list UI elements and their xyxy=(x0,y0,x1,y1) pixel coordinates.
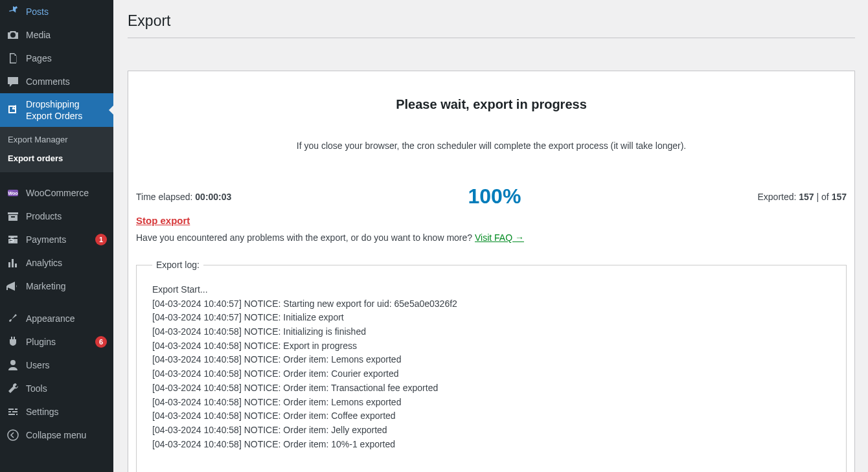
svg-text:Woo: Woo xyxy=(8,191,17,196)
export-progress-panel: Please wait, export in progress If you c… xyxy=(128,71,855,472)
sidebar-subitem-export-orders[interactable]: Export orders xyxy=(0,150,113,168)
export-log-legend: Export log: xyxy=(152,260,203,270)
sidebar-item-label: Users xyxy=(26,359,107,371)
title-divider xyxy=(128,38,855,38)
svg-text:$: $ xyxy=(10,236,14,243)
time-elapsed: Time elapsed: 00:00:03 xyxy=(136,192,231,202)
log-line: [04-03-2024 10:40:58] NOTICE: Order item… xyxy=(152,423,830,438)
sidebar-submenu: Export Manager Export orders xyxy=(0,127,113,172)
page-icon xyxy=(6,52,19,65)
badge-count: 6 xyxy=(95,336,107,348)
log-line: [04-03-2024 10:40:58] NOTICE: Initializi… xyxy=(152,325,830,339)
sidebar-item-comments[interactable]: Comments xyxy=(0,70,113,93)
log-line: [04-03-2024 10:40:58] NOTICE: Order item… xyxy=(152,367,830,381)
sidebar-item-posts[interactable]: Posts xyxy=(0,0,113,23)
faq-link[interactable]: Visit FAQ → xyxy=(475,232,524,243)
progress-title: Please wait, export in progress xyxy=(136,97,847,112)
camera-icon xyxy=(6,28,19,41)
wrench-icon xyxy=(6,382,19,395)
log-line: [04-03-2024 10:40:57] NOTICE: Initialize… xyxy=(152,311,830,325)
sidebar-item-users[interactable]: Users xyxy=(0,354,113,377)
sidebar-item-label: Media xyxy=(26,29,107,41)
collapse-icon xyxy=(6,429,19,442)
sidebar-item-label: Appearance xyxy=(26,313,107,324)
sliders-icon xyxy=(6,405,19,418)
sidebar-item-products[interactable]: Products xyxy=(0,205,113,228)
sidebar-item-label: Posts xyxy=(26,6,107,17)
time-elapsed-label: Time elapsed: xyxy=(136,192,195,202)
sidebar-item-label: Products xyxy=(26,210,107,222)
sidebar-item-label: Settings xyxy=(26,406,107,418)
progress-percent: 100% xyxy=(231,185,757,208)
sidebar-item-media[interactable]: Media xyxy=(0,23,113,47)
export-icon xyxy=(6,104,19,117)
log-line: Export Start... xyxy=(152,283,830,297)
comment-icon xyxy=(6,75,19,88)
sidebar-item-payments[interactable]: $ Payments 1 xyxy=(0,228,113,251)
sidebar-item-label: Comments xyxy=(26,76,107,87)
faq-text: Have you encountered any problems with t… xyxy=(136,232,475,243)
woo-icon: Woo xyxy=(6,186,19,199)
sidebar-item-label: Marketing xyxy=(26,280,107,292)
log-line: [04-03-2024 10:40:58] NOTICE: Order item… xyxy=(152,381,830,396)
brush-icon xyxy=(6,312,19,325)
sidebar-item-label: Dropshipping Export Orders xyxy=(26,98,107,122)
megaphone-icon xyxy=(6,280,19,293)
export-log-box[interactable]: Export Start...[04-03-2024 10:40:57] NOT… xyxy=(148,282,834,463)
sidebar-item-settings[interactable]: Settings xyxy=(0,400,113,423)
sidebar-item-pages[interactable]: Pages xyxy=(0,47,113,70)
log-line: [04-03-2024 10:40:58] NOTICE: Order item… xyxy=(152,396,830,410)
sidebar-item-appearance[interactable]: Appearance xyxy=(0,307,113,330)
sidebar-item-label: Plugins xyxy=(26,336,86,348)
user-icon xyxy=(6,359,19,372)
exported-value: 157 xyxy=(799,192,814,202)
sidebar-item-dropshipping[interactable]: Dropshipping Export Orders xyxy=(0,93,113,127)
sidebar-item-label: Tools xyxy=(26,383,107,394)
sidebar-item-analytics[interactable]: Analytics xyxy=(0,251,113,275)
stop-export-link[interactable]: Stop export xyxy=(136,215,190,226)
time-elapsed-value: 00:00:03 xyxy=(195,192,231,202)
badge-count: 1 xyxy=(95,234,107,245)
sidebar-item-label: Pages xyxy=(26,52,107,64)
sidebar-item-label: Payments xyxy=(26,234,86,245)
sidebar-item-label: Analytics xyxy=(26,257,107,269)
bars-icon xyxy=(6,256,19,269)
log-line: [04-03-2024 10:40:58] NOTICE: Order item… xyxy=(152,353,830,367)
sidebar-item-plugins[interactable]: Plugins 6 xyxy=(0,330,113,354)
sidebar-item-marketing[interactable]: Marketing xyxy=(0,275,113,298)
sidebar-item-woocommerce[interactable]: Woo WooCommerce xyxy=(0,181,113,205)
exported-total: 157 xyxy=(832,192,847,202)
page-title: Export xyxy=(128,6,855,32)
log-line: [04-03-2024 10:40:58] NOTICE: Export in … xyxy=(152,339,830,354)
sidebar-collapse[interactable]: Collapse menu xyxy=(0,423,113,447)
sidebar-item-tools[interactable]: Tools xyxy=(0,377,113,400)
sidebar-subitem-export-manager[interactable]: Export Manager xyxy=(0,131,113,150)
sidebar-item-label: WooCommerce xyxy=(26,187,107,199)
progress-note: If you close your browser, the cron sche… xyxy=(136,140,847,151)
log-line: [04-03-2024 10:40:58] NOTICE: Order item… xyxy=(152,438,830,452)
faq-line: Have you encountered any problems with t… xyxy=(136,232,847,243)
svg-point-3 xyxy=(8,430,18,440)
admin-sidebar: Posts Media Pages Comments Dropshipping … xyxy=(0,0,113,472)
main-content: Export Please wait, export in progress I… xyxy=(113,0,868,472)
log-line: [04-03-2024 10:40:58] NOTICE: Order item… xyxy=(152,409,830,423)
archive-icon xyxy=(6,210,19,223)
export-log-fieldset: Export log: Export Start...[04-03-2024 1… xyxy=(136,260,847,472)
progress-metrics-row: Time elapsed: 00:00:03 100% Exported: 15… xyxy=(136,185,847,208)
exported-label: Exported: xyxy=(757,192,799,202)
log-line: [04-03-2024 10:40:57] NOTICE: Starting n… xyxy=(152,297,830,311)
collapse-label: Collapse menu xyxy=(26,429,107,441)
pin-icon xyxy=(6,5,19,18)
exported-sep: | of xyxy=(814,192,832,202)
payment-icon: $ xyxy=(6,233,19,246)
exported-count: Exported: 157 | of 157 xyxy=(757,192,847,202)
plug-icon xyxy=(6,335,19,348)
